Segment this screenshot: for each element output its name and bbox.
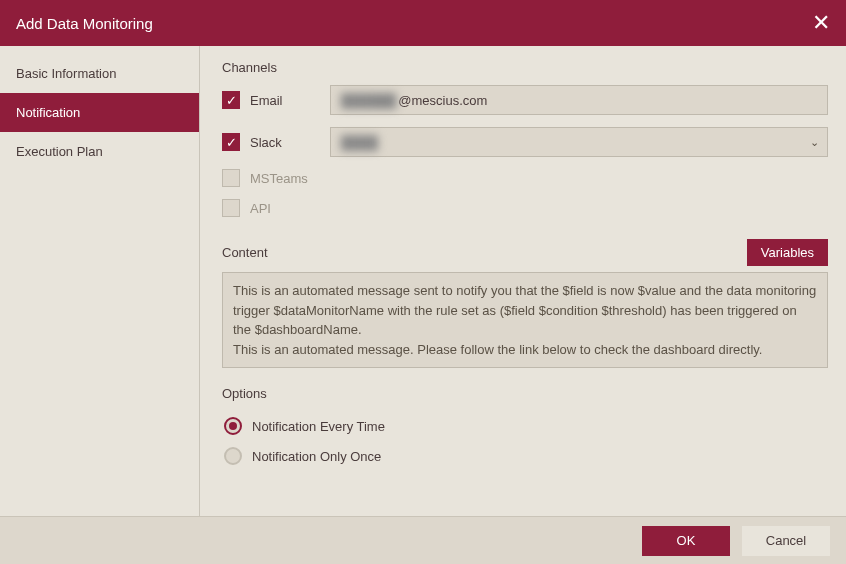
sidebar-item-execution-plan[interactable]: Execution Plan	[0, 132, 199, 171]
cancel-button[interactable]: Cancel	[742, 526, 830, 556]
sidebar-item-notification[interactable]: Notification	[0, 93, 199, 132]
msteams-checkbox[interactable]	[222, 169, 240, 187]
add-data-monitoring-dialog: Add Data Monitoring ✕ Basic Information …	[0, 0, 846, 564]
options-title: Options	[222, 386, 828, 401]
content-text-line2: This is an automated message. Please fol…	[233, 340, 817, 360]
content-text-line1: This is an automated message sent to not…	[233, 281, 817, 340]
dialog-body: Basic Information Notification Execution…	[0, 46, 846, 516]
email-checkbox[interactable]	[222, 91, 240, 109]
msteams-label: MSTeams	[250, 171, 330, 186]
email-value-suffix: @mescius.com	[398, 93, 487, 108]
sidebar: Basic Information Notification Execution…	[0, 46, 200, 516]
titlebar: Add Data Monitoring ✕	[0, 0, 846, 46]
slack-label: Slack	[250, 135, 330, 150]
chevron-down-icon: ⌄	[810, 136, 819, 149]
api-checkbox[interactable]	[222, 199, 240, 217]
channel-row-msteams: MSTeams	[222, 169, 828, 187]
sidebar-item-basic-information[interactable]: Basic Information	[0, 54, 199, 93]
channel-row-api: API	[222, 199, 828, 217]
option-every-time-label: Notification Every Time	[252, 419, 385, 434]
radio-only-once[interactable]	[224, 447, 242, 465]
content-panel: Channels Email ██████ @mescius.com Slack…	[200, 46, 846, 516]
email-input[interactable]: ██████ @mescius.com	[330, 85, 828, 115]
channel-row-slack: Slack ████ ⌄	[222, 127, 828, 157]
radio-every-time[interactable]	[224, 417, 242, 435]
content-label: Content	[222, 245, 747, 260]
ok-button[interactable]: OK	[642, 526, 730, 556]
channels-title: Channels	[222, 60, 828, 75]
email-value-hidden: ██████	[341, 93, 396, 108]
slack-select[interactable]: ████ ⌄	[330, 127, 828, 157]
email-label: Email	[250, 93, 330, 108]
slack-value-hidden: ████	[341, 135, 378, 150]
variables-button[interactable]: Variables	[747, 239, 828, 266]
dialog-title: Add Data Monitoring	[16, 15, 812, 32]
content-header: Content Variables	[222, 239, 828, 266]
api-label: API	[250, 201, 330, 216]
option-only-once[interactable]: Notification Only Once	[222, 441, 828, 471]
close-icon[interactable]: ✕	[812, 12, 830, 34]
footer: OK Cancel	[0, 516, 846, 564]
channel-row-email: Email ██████ @mescius.com	[222, 85, 828, 115]
content-textarea[interactable]: This is an automated message sent to not…	[222, 272, 828, 368]
option-every-time[interactable]: Notification Every Time	[222, 411, 828, 441]
slack-checkbox[interactable]	[222, 133, 240, 151]
option-only-once-label: Notification Only Once	[252, 449, 381, 464]
